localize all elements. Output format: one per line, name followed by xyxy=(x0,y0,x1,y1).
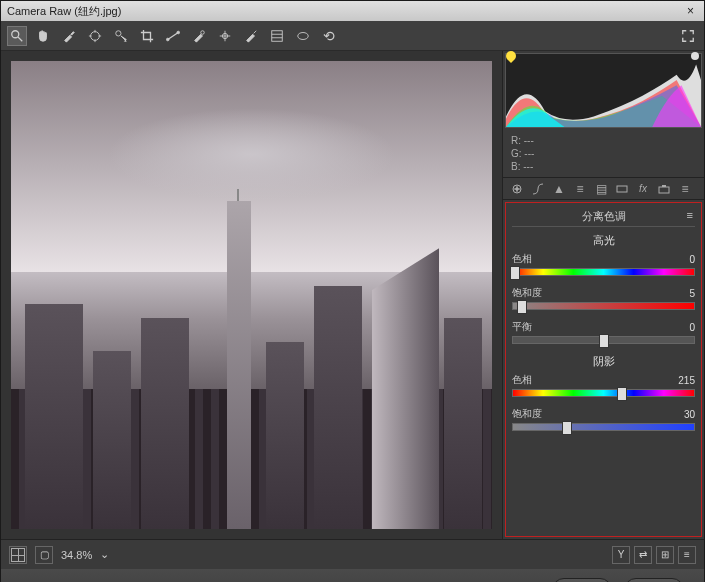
tab-split-icon[interactable]: ▤ xyxy=(593,181,609,197)
balance-value[interactable] xyxy=(655,320,695,334)
camera-raw-window: Camera Raw (纽约.jpg) × ⟲ xyxy=(0,0,705,582)
highlights-sat-value[interactable] xyxy=(655,286,695,300)
panel-tabs: ▲ ≡ ▤ fx ≡ xyxy=(503,178,704,200)
svg-rect-20 xyxy=(659,187,669,193)
radial-filter-icon[interactable] xyxy=(293,26,313,46)
tab-curve-icon[interactable] xyxy=(530,181,546,197)
highlights-sat-row: 饱和度 xyxy=(512,286,695,310)
fullscreen-icon[interactable] xyxy=(678,26,698,46)
side-panel: R: --- G: --- B: --- ▲ ≡ ▤ fx ≡ 分离色调 ≡ xyxy=(502,51,704,539)
panel-title: 分离色调 ≡ xyxy=(512,207,695,227)
svg-rect-19 xyxy=(617,186,627,192)
shadows-hue-label: 色相 xyxy=(512,373,532,387)
tab-lens-icon[interactable] xyxy=(614,181,630,197)
spot-removal-icon[interactable] xyxy=(189,26,209,46)
graduated-filter-icon[interactable] xyxy=(267,26,287,46)
zoom-dropdown-icon[interactable]: ⌄ xyxy=(100,548,109,561)
svg-line-1 xyxy=(18,36,22,40)
rotate-icon[interactable]: ⟲ xyxy=(319,26,339,46)
tab-preset-icon[interactable]: ≡ xyxy=(677,181,693,197)
svg-point-8 xyxy=(166,38,169,41)
svg-rect-14 xyxy=(272,30,283,41)
preview-pane[interactable] xyxy=(1,51,502,539)
close-icon[interactable]: × xyxy=(683,4,698,18)
compare-toggle[interactable]: Y xyxy=(612,546,630,564)
grid-view-icon[interactable] xyxy=(9,546,27,564)
dialog-footer: 取消 确定 xyxy=(1,569,704,582)
svg-point-0 xyxy=(12,30,19,37)
settings-menu-icon[interactable]: ≡ xyxy=(678,546,696,564)
target-adjust-icon[interactable] xyxy=(111,26,131,46)
highlights-sat-slider[interactable] xyxy=(512,302,695,310)
shadows-hue-row: 色相 xyxy=(512,373,695,397)
svg-point-7 xyxy=(116,30,121,35)
zoom-level[interactable]: 34.8% xyxy=(61,549,92,561)
shadows-sat-value[interactable] xyxy=(655,407,695,421)
single-view-icon[interactable]: ▢ xyxy=(35,546,53,564)
highlight-clip-indicator-icon[interactable] xyxy=(691,52,699,60)
toolbar: ⟲ xyxy=(1,21,704,51)
tab-fx-icon[interactable]: fx xyxy=(635,181,651,197)
zoom-tool-icon[interactable] xyxy=(7,26,27,46)
readout-g: G: --- xyxy=(511,147,696,160)
preview-image xyxy=(11,61,492,529)
color-sampler-icon[interactable] xyxy=(85,26,105,46)
tab-camera-icon[interactable] xyxy=(656,181,672,197)
titlebar[interactable]: Camera Raw (纽约.jpg) × xyxy=(1,1,704,21)
main-area: R: --- G: --- B: --- ▲ ≡ ▤ fx ≡ 分离色调 ≡ xyxy=(1,51,704,539)
balance-slider[interactable] xyxy=(512,336,695,344)
shadows-sat-row: 饱和度 xyxy=(512,407,695,431)
before-after-icon[interactable]: ⇄ xyxy=(634,546,652,564)
svg-point-9 xyxy=(177,31,180,34)
ok-button[interactable]: 确定 xyxy=(624,578,684,583)
straighten-icon[interactable] xyxy=(163,26,183,46)
adjustment-brush-icon[interactable] xyxy=(241,26,261,46)
highlights-title: 高光 xyxy=(512,233,695,248)
svg-rect-21 xyxy=(662,185,666,187)
svg-point-2 xyxy=(91,31,100,40)
tab-basic-icon[interactable] xyxy=(509,181,525,197)
readout-r: R: --- xyxy=(511,134,696,147)
swap-icon[interactable]: ⊞ xyxy=(656,546,674,564)
shadows-hue-value[interactable] xyxy=(655,373,695,387)
shadows-hue-slider[interactable] xyxy=(512,389,695,397)
status-bar: ▢ 34.8% ⌄ Y ⇄ ⊞ ≡ xyxy=(1,539,704,569)
cancel-button[interactable]: 取消 xyxy=(552,578,612,583)
shadows-sat-label: 饱和度 xyxy=(512,407,542,421)
highlights-sat-label: 饱和度 xyxy=(512,286,542,300)
tab-hsl-icon[interactable]: ≡ xyxy=(572,181,588,197)
panel-menu-icon[interactable]: ≡ xyxy=(687,209,693,221)
shadows-title: 阴影 xyxy=(512,354,695,369)
balance-label: 平衡 xyxy=(512,320,532,334)
window-title: Camera Raw (纽约.jpg) xyxy=(7,4,121,19)
highlights-hue-row: 色相 xyxy=(512,252,695,276)
svg-point-17 xyxy=(298,32,309,39)
shadows-sat-slider[interactable] xyxy=(512,423,695,431)
eyedropper-icon[interactable] xyxy=(59,26,79,46)
hand-tool-icon[interactable] xyxy=(33,26,53,46)
svg-point-10 xyxy=(201,30,205,34)
tab-detail-icon[interactable]: ▲ xyxy=(551,181,567,197)
rgb-readout: R: --- G: --- B: --- xyxy=(503,130,704,178)
highlights-hue-label: 色相 xyxy=(512,252,532,266)
split-toning-panel: 分离色调 ≡ 高光 色相 饱和度 xyxy=(505,202,702,537)
highlights-hue-slider[interactable] xyxy=(512,268,695,276)
histogram[interactable] xyxy=(505,53,702,128)
balance-row: 平衡 xyxy=(512,320,695,344)
crop-tool-icon[interactable] xyxy=(137,26,157,46)
highlights-hue-value[interactable] xyxy=(655,252,695,266)
readout-b: B: --- xyxy=(511,160,696,173)
redeye-icon[interactable] xyxy=(215,26,235,46)
